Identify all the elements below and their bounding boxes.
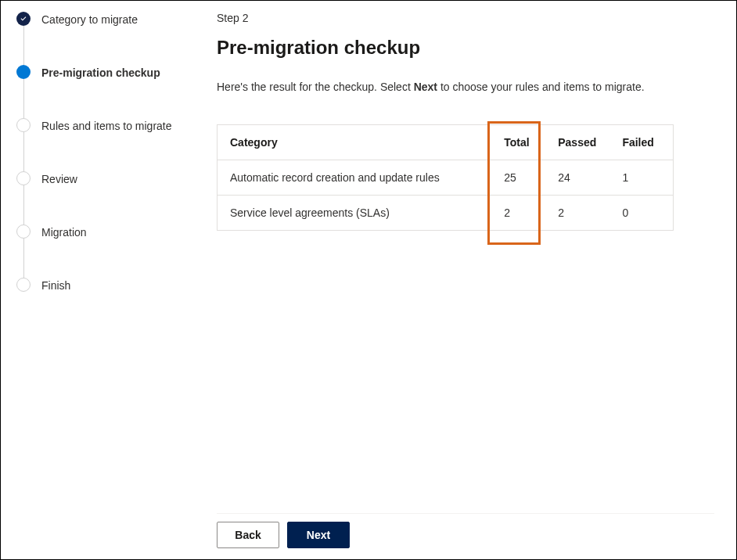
cell-category: Automatic record creation and update rul… [218, 160, 492, 196]
check-icon [16, 12, 31, 26]
col-header-category: Category [218, 125, 492, 160]
subtitle-text-pre: Here's the result for the checkup. Selec… [217, 81, 411, 93]
table-row[interactable]: Automatic record creation and update rul… [218, 160, 674, 196]
cell-total: 25 [491, 160, 545, 196]
next-button[interactable]: Next [287, 522, 350, 548]
results-table-wrapper: Category Total Passed Failed Automatic r… [217, 124, 674, 231]
step-review[interactable]: Review [16, 171, 204, 224]
step-number-caption: Step 2 [217, 12, 714, 24]
step-finish[interactable]: Finish [16, 278, 204, 309]
main-content: Step 2 Pre-migration checkup Here's the … [204, 9, 736, 559]
col-header-failed: Failed [609, 125, 673, 160]
subtitle-text-bold: Next [414, 81, 437, 93]
step-label: Migration [41, 224, 87, 240]
cell-failed: 0 [609, 196, 673, 231]
step-category-to-migrate[interactable]: Category to migrate [16, 12, 204, 65]
pending-step-icon [16, 224, 31, 239]
step-label: Finish [41, 278, 70, 293]
wizard-footer: Back Next [217, 513, 714, 559]
table-row[interactable]: Service level agreements (SLAs) 2 2 0 [218, 196, 674, 231]
pending-step-icon [16, 171, 31, 185]
col-header-passed: Passed [545, 125, 609, 160]
current-step-icon [16, 65, 31, 79]
page-subtitle: Here's the result for the checkup. Selec… [217, 81, 714, 93]
pending-step-icon [16, 118, 31, 132]
pending-step-icon [16, 278, 31, 292]
cell-passed: 2 [545, 196, 609, 231]
step-label: Review [41, 171, 77, 187]
page-title: Pre-migration checkup [217, 37, 714, 59]
table-header-row: Category Total Passed Failed [218, 125, 674, 160]
step-label: Category to migrate [41, 12, 138, 27]
cell-failed: 1 [609, 160, 673, 196]
step-label: Rules and items to migrate [41, 118, 172, 134]
cell-total: 2 [491, 196, 545, 231]
step-pre-migration-checkup[interactable]: Pre-migration checkup [16, 65, 204, 118]
step-migration[interactable]: Migration [16, 224, 204, 278]
cell-category: Service level agreements (SLAs) [218, 196, 492, 231]
checkup-results-table: Category Total Passed Failed Automatic r… [217, 124, 674, 231]
wizard-stepper: Category to migrate Pre-migration checku… [1, 9, 204, 559]
subtitle-text-post: to choose your rules and items to migrat… [440, 81, 645, 93]
step-label: Pre-migration checkup [41, 65, 160, 81]
step-rules-and-items[interactable]: Rules and items to migrate [16, 118, 204, 171]
cell-passed: 24 [545, 160, 609, 196]
col-header-total: Total [491, 125, 545, 160]
back-button[interactable]: Back [217, 522, 279, 548]
